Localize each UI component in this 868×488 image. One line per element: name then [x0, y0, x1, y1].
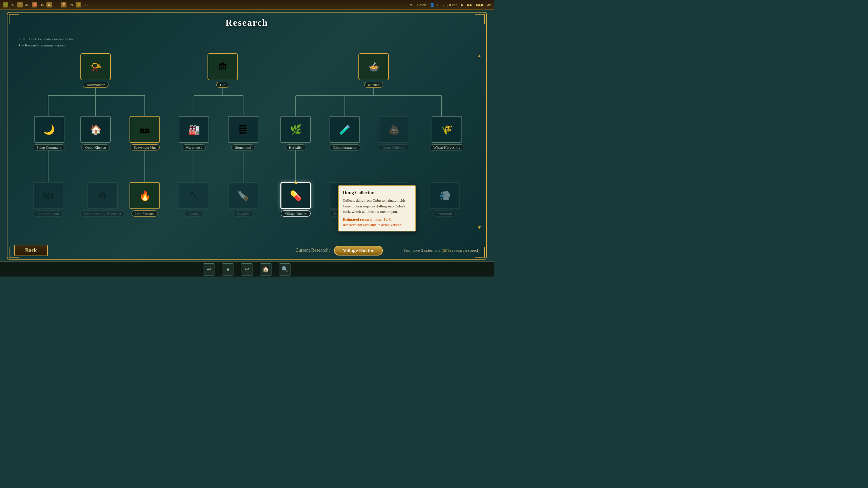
scroll-down-arrow[interactable]: ▼	[476, 225, 483, 232]
node-quarry[interactable]: ⛏ Quarry	[179, 182, 209, 217]
population-count: 👤 20	[430, 3, 439, 7]
topbar-right: 82% Desert 👤 20 28 | 0 idle ▶ ▶▶ ▶▶▶ 4x	[407, 3, 491, 7]
village-doctor-label: Village Doctor	[281, 210, 310, 217]
wheat-harvesting-label: Wheat Harvesting	[430, 144, 464, 150]
scavenger-hut-img: 🏘	[130, 116, 160, 143]
panel-title: Research	[7, 13, 486, 29]
scientists-suffix: scientists (	[424, 248, 443, 253]
tooltip-est-time: Estimated research time: 3d 4h	[343, 217, 411, 221]
node-kitchen[interactable]: 🍲 Kitchen	[358, 53, 389, 88]
back-button[interactable]: Back	[14, 245, 48, 256]
node-dung-collector[interactable]: 💩 Dung Collector	[379, 116, 409, 150]
resource-icon-6: 🌾	[76, 2, 81, 7]
onbu-kitchen-img: 🏠	[80, 116, 111, 143]
node-hut[interactable]: 🏚 Hut	[208, 53, 238, 88]
toolbar-btn-home[interactable]: 🏠	[260, 263, 272, 276]
resource-icon-3: 🧱	[32, 2, 37, 7]
toolbar-btn-cut[interactable]: ✂	[241, 263, 253, 276]
tooltip-description: Collects dung from Onbu to irrigate fiel…	[343, 198, 411, 215]
eat-command-img: 🍽	[33, 182, 63, 209]
node-iron-furnace[interactable]: 🔥 Iron Furnace	[130, 182, 160, 217]
windmill-img: 💨	[430, 182, 460, 209]
windmill-label: Windmill	[434, 210, 456, 217]
play-button[interactable]: ▶	[461, 3, 463, 7]
resource-val-4: 32	[55, 3, 58, 7]
kitchen-img: 🍲	[358, 53, 389, 80]
toolbar-btn-undo[interactable]: ↩	[203, 263, 215, 276]
dung-collector-img: 💩	[379, 116, 409, 143]
node-windmill[interactable]: 💨 Windmill	[430, 182, 460, 217]
hornblower-img: 📯	[80, 53, 111, 80]
warehouse-label: Warehouse	[182, 144, 206, 150]
node-herbalist[interactable]: 🌿 Herbalist	[280, 116, 311, 150]
quarry-label: Quarry	[185, 210, 203, 217]
scientists-count: 1	[421, 248, 423, 253]
node-hornblower[interactable]: 📯 Hornblower	[80, 53, 111, 88]
node-stone-road[interactable]: 🛤 Stone road	[228, 116, 258, 150]
bottom-toolbar: ↩ ★ ✂ 🏠 🔍	[0, 261, 494, 277]
resource-icon-5: 📦	[61, 2, 66, 7]
node-scavenger-hut[interactable]: 🏘 Scavenger Hut	[130, 116, 160, 150]
blood-extractor-label: Blood extractor	[330, 144, 360, 150]
dung-collector-label: Dung Collector	[379, 144, 409, 150]
stone-road-label: Stone road	[231, 144, 255, 150]
onbu-kitchen-label: Onbu Kitchen	[81, 144, 110, 150]
iron-furnace-label: Iron Furnace	[132, 210, 158, 217]
node-onbu-trebuchet[interactable]: ⚙ Onbu Feeding Trebuchet	[80, 182, 125, 217]
node-sleep-command[interactable]: 🌙 Sleep Command	[33, 116, 65, 150]
onbu-trebuchet-img: ⚙	[87, 182, 118, 209]
village-doctor-img: 💊	[280, 182, 311, 209]
scientists-text: You have	[403, 248, 420, 253]
corner-tl	[9, 14, 19, 24]
resource-val-5: 19	[69, 3, 73, 7]
speed-value: 50%	[443, 248, 451, 253]
kitchen-label: Kitchen	[364, 82, 383, 88]
wheat-harvesting-img: 🌾	[432, 116, 462, 143]
onbu-trebuchet-label: Onbu Feeding Trebuchet	[80, 210, 125, 217]
speed-4x[interactable]: 4x	[487, 3, 491, 7]
quarry-img: ⛏	[179, 182, 209, 209]
current-research-value: Village Doctor	[334, 246, 383, 256]
sawmill-label: Sawmill	[233, 210, 253, 217]
iron-furnace-img: 🔥	[130, 182, 160, 209]
toolbar-btn-star[interactable]: ★	[222, 263, 234, 276]
resource-icon-1: 🌿	[3, 2, 8, 7]
node-sawmill[interactable]: 🪚 Sawmill	[228, 182, 258, 217]
sleep-command-img: 🌙	[34, 116, 64, 143]
stone-road-img: 🛤	[228, 116, 258, 143]
tree-area: 📯 Hornblower 🏚 Hut 🍲 Kitchen 🌙 Sleep Com…	[13, 50, 476, 237]
speed-suffix: research speed)	[452, 248, 479, 253]
hut-img: 🏚	[208, 53, 238, 80]
toolbar-btn-search[interactable]: 🔍	[279, 263, 291, 276]
node-wheat-harvesting[interactable]: 🌾 Wheat Harvesting	[430, 116, 464, 150]
hint-line-2: ★ = Research recommendation	[18, 42, 77, 48]
hornblower-label: Hornblower	[83, 82, 108, 88]
star-badge: ★	[293, 179, 298, 186]
scientists-info: You have 1 scientists (50% research spee…	[403, 248, 479, 253]
resource-icon-2: 🔨	[17, 2, 23, 7]
hut-label: Hut	[216, 82, 230, 88]
tooltip-est-value: 3d 4h	[383, 217, 392, 221]
zoom-level: 82%	[407, 3, 413, 7]
hint-line-1: Shift + Click to create a research chain…	[18, 36, 77, 42]
resource-icon-4: ⚙	[46, 2, 52, 7]
eat-command-label: Eat Command	[34, 210, 62, 217]
fff-button[interactable]: ▶▶▶	[476, 3, 484, 7]
node-onbu-kitchen[interactable]: 🏠 Onbu Kitchen	[80, 116, 111, 150]
node-village-doctor[interactable]: ★ 💊 Village Doctor	[280, 182, 311, 217]
bottom-bar: Back Current Research: Village Doctor Yo…	[14, 242, 479, 259]
resource-val-3: 3b	[40, 3, 44, 7]
warehouse-img: 🏭	[179, 116, 209, 143]
date-display: 28 | 0 idle	[443, 3, 457, 7]
blood-extractor-img: 🧪	[330, 116, 360, 143]
herbalist-label: Herbalist	[285, 144, 306, 150]
tooltip-title: Dung Collector	[343, 190, 411, 196]
resource-val-6: 88	[84, 3, 87, 7]
scavenger-hut-label: Scavenger Hut	[130, 144, 159, 150]
node-blood-extractor[interactable]: 🧪 Blood extractor	[330, 116, 360, 150]
node-warehouse[interactable]: 🏭 Warehouse	[179, 116, 209, 150]
current-research: Current Research: Village Doctor	[295, 246, 383, 256]
node-eat-command[interactable]: 🍽 Eat Command	[33, 182, 63, 217]
ff-button[interactable]: ▶▶	[467, 3, 472, 7]
scroll-up-arrow[interactable]: ▲	[476, 53, 483, 60]
